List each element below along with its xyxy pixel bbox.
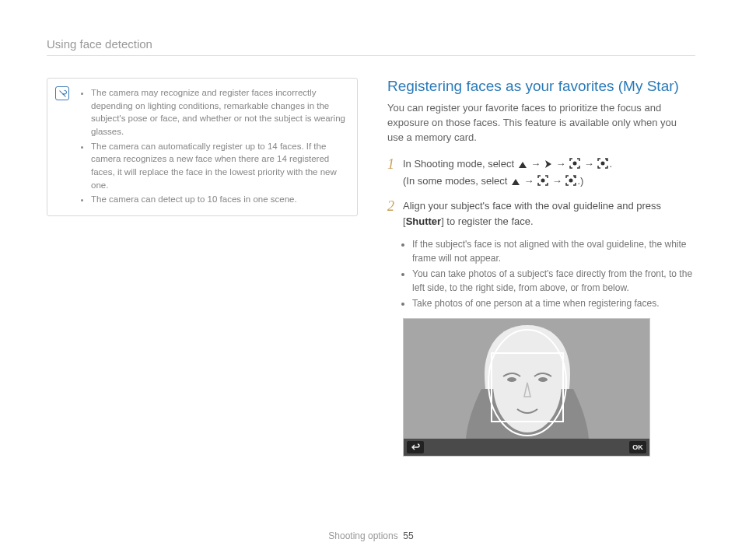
svg-point-5 [541, 178, 545, 182]
step-text: .) [577, 175, 583, 187]
sub-note-item: You can take photos of a subject's face … [412, 267, 695, 295]
step-body: Align your subject's face with the oval … [403, 198, 695, 229]
mystar-icon [597, 158, 608, 173]
svg-point-2 [573, 161, 577, 165]
sub-note-item: Take photos of one person at a time when… [412, 296, 695, 310]
svg-point-9 [507, 377, 516, 382]
note-icon [55, 86, 69, 100]
up-triangle-icon [518, 158, 527, 173]
face-detect-icon [537, 175, 548, 191]
sub-notes: If the subject's face is not aligned wit… [387, 237, 695, 310]
step-text: ] to register the face. [441, 215, 534, 227]
shutter-label: Shutter [406, 215, 442, 227]
back-button[interactable] [407, 441, 424, 453]
page-number: 55 [403, 530, 413, 541]
note-item: The camera can detect up to 10 faces in … [91, 193, 346, 206]
section-title: Registering faces as your favorites (My … [387, 78, 695, 95]
step-text: (In some modes, select [403, 175, 510, 187]
svg-point-10 [538, 377, 548, 382]
svg-marker-0 [519, 162, 527, 168]
content-columns: The camera may recognize and register fa… [47, 78, 695, 457]
note-item: The camera may recognize and register fa… [91, 86, 346, 138]
illustration-bottom-bar: OK [404, 439, 649, 456]
ok-button[interactable]: OK [629, 441, 646, 453]
svg-marker-4 [512, 179, 520, 185]
page-footer: Shooting options 55 [0, 530, 742, 541]
up-triangle-icon [511, 175, 520, 191]
left-column: The camera may recognize and register fa… [47, 78, 358, 457]
page-header: Using face detection [47, 37, 695, 56]
face-detect-icon [569, 158, 580, 173]
mystar-icon [565, 175, 576, 191]
chevron-right-icon [544, 158, 552, 173]
note-item: The camera can automatically register up… [91, 140, 346, 192]
right-column: Registering faces as your favorites (My … [387, 78, 695, 457]
sub-note-item: If the subject's face is not aligned wit… [412, 237, 695, 265]
svg-marker-1 [545, 160, 551, 168]
step-1: 1 In Shooting mode, select → → → . (In s… [387, 156, 695, 191]
svg-point-3 [601, 161, 605, 165]
section-intro: You can register your favorite faces to … [387, 101, 695, 145]
footer-section: Shooting options [328, 530, 397, 541]
note-box: The camera may recognize and register fa… [47, 78, 358, 216]
step-text: In Shooting mode, select [403, 158, 517, 170]
face-illustration: OK [403, 318, 650, 457]
step-number: 1 [387, 156, 403, 191]
step-2: 2 Align your subject's face with the ova… [387, 198, 695, 229]
face-svg [404, 319, 650, 457]
svg-point-6 [569, 178, 573, 182]
step-number: 2 [387, 198, 403, 229]
step-body: In Shooting mode, select → → → . (In som… [403, 156, 612, 191]
step-text: . [609, 158, 612, 170]
